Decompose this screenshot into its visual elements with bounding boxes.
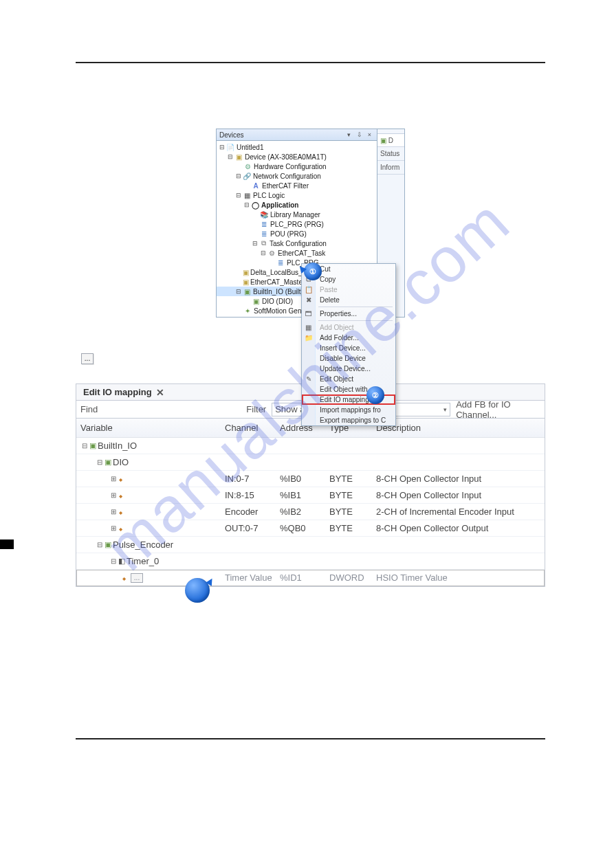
- expand-toggle[interactable]: ⊟: [96, 541, 103, 548]
- expand-toggle[interactable]: ⊞: [109, 508, 117, 515]
- expand-toggle[interactable]: ⊟: [234, 173, 242, 179]
- devices-pane: Devices ▾ ⇩ × ⊟ 📄 Untitled1 ⊟ ▣ Device (…: [216, 129, 377, 318]
- ctx-edit-object[interactable]: ✎ Edit Object: [302, 374, 395, 384]
- cell-address: %IB1: [276, 487, 325, 504]
- cell-type: BYTE: [325, 487, 372, 504]
- node-icon: ▣: [105, 540, 111, 549]
- table-row[interactable]: ⊟ ▣ Pulse_Encoder: [76, 537, 545, 553]
- ctx-add-object: ▦ Add Object: [302, 322, 395, 333]
- cell-channel: IN:0-7: [221, 471, 276, 487]
- variable-icon: ⬥: [118, 524, 123, 533]
- cell-variable: DIO: [113, 457, 129, 467]
- tree-project[interactable]: Untitled1: [237, 144, 263, 151]
- page-rule-top: [76, 62, 545, 63]
- table-row[interactable]: ⊟ ▣ BuiltIn_IO: [76, 438, 545, 454]
- tab-icon: ▣: [380, 137, 386, 144]
- table-row[interactable]: ⊞ ⬥ IN:8-15 %IB1 BYTE 8-CH Open Collecto…: [76, 487, 545, 504]
- expand-toggle[interactable]: ⊟: [96, 458, 103, 466]
- library-icon: 📚: [259, 210, 269, 219]
- context-menu: ✂ Cut ⧉ Copy 📋 Paste ✖ Delete 🗔: [301, 263, 396, 426]
- cell-desc: 2-CH of Incremental Encoder Input: [372, 504, 545, 520]
- expand-toggle[interactable]: ⊟: [234, 288, 242, 295]
- ctx-update-device[interactable]: Update Device...: [302, 364, 395, 374]
- expand-toggle[interactable]: ⊟: [109, 557, 117, 565]
- expand-toggle[interactable]: ⊞: [109, 524, 117, 532]
- table-row[interactable]: ⊞ ⬥ OUT:0-7 %QB0 BYTE 8-CH Open Collecto…: [76, 520, 545, 537]
- io-mapping-table: Variable Channel Address Type Descriptio…: [76, 419, 545, 586]
- expand-toggle[interactable]: ⊟: [218, 144, 226, 151]
- tree-ethercat-filter[interactable]: EtherCAT Filter: [262, 182, 309, 190]
- pane-pin-icon[interactable]: ⇩: [355, 131, 364, 140]
- project-icon: 📄: [226, 143, 235, 151]
- cell-desc: HSIO Timer Value: [372, 570, 545, 586]
- cell-channel: IN:8-15: [221, 487, 276, 504]
- plc-icon: ▦: [242, 191, 252, 199]
- col-channel[interactable]: Channel: [221, 419, 276, 438]
- tree-network-config[interactable]: Network Configuration: [253, 173, 321, 180]
- network-icon: 🔗: [242, 172, 252, 180]
- add-fb-button[interactable]: Add FB for IO Channel...: [456, 399, 540, 420]
- screenshot-devices-tree: Devices ▾ ⇩ × ⊟ 📄 Untitled1 ⊟ ▣ Device (…: [216, 129, 405, 318]
- page-edge-marker: [0, 539, 14, 549]
- dio-icon: ▣: [251, 297, 261, 305]
- ctx-insert-device[interactable]: Insert Device...: [302, 343, 395, 353]
- row-dots-button[interactable]: ...: [131, 573, 143, 583]
- expand-toggle[interactable]: ⊟: [226, 153, 234, 160]
- chevron-down-icon: ▾: [443, 403, 447, 416]
- pou-ref-icon: ≣: [276, 258, 285, 267]
- tree-hardware-config[interactable]: Hardware Configuration: [254, 163, 327, 170]
- task-config-icon: ⧉: [259, 239, 268, 247]
- cell-desc: 8-CH Open Collector Output: [372, 520, 545, 537]
- expand-toggle[interactable]: ⊞: [109, 475, 117, 482]
- tree-task-config[interactable]: Task Configuration: [270, 240, 327, 247]
- application-icon: ◯: [250, 201, 260, 209]
- side-tab-status[interactable]: Status: [377, 147, 404, 161]
- callout-badge-2: ②: [366, 386, 384, 404]
- col-variable[interactable]: Variable: [76, 419, 221, 438]
- table-row[interactable]: ⊟ ▣ DIO: [76, 454, 545, 471]
- cell-address: %IB2: [276, 504, 325, 520]
- ctx-export-mappings[interactable]: Export mappings to C: [302, 415, 395, 425]
- pane-close-icon[interactable]: ×: [365, 131, 374, 140]
- tree-application[interactable]: Application: [261, 201, 298, 209]
- task-icon: ⚙: [267, 249, 276, 257]
- tree-plc-logic[interactable]: PLC Logic: [253, 192, 285, 199]
- pane-dropdown-icon[interactable]: ▾: [344, 131, 353, 140]
- tree-device[interactable]: Device (AX-308EA0MA1T): [245, 153, 327, 161]
- ctx-disable-device[interactable]: Disable Device: [302, 353, 395, 364]
- expand-toggle[interactable]: ⊟: [243, 201, 250, 208]
- table-row[interactable]: ⊞ ⬥ IN:0-7 %IB0 BYTE 8-CH Open Collector…: [76, 471, 545, 487]
- expand-toggle[interactable]: ⊞: [109, 491, 117, 499]
- cell-desc: 8-CH Open Collector Input: [372, 471, 545, 487]
- cell-type: BYTE: [325, 504, 372, 520]
- expand-toggle[interactable]: ⊟: [234, 192, 242, 199]
- tree-plc-prg[interactable]: PLC_PRG (PRG): [270, 221, 324, 228]
- ctx-properties[interactable]: 🗔 Properties...: [302, 309, 395, 319]
- close-icon[interactable]: ✕: [156, 387, 164, 398]
- tree-pou[interactable]: POU (PRG): [270, 230, 307, 238]
- tree-library-manager[interactable]: Library Manager: [270, 211, 320, 219]
- node-icon: ▣: [105, 458, 111, 467]
- tree-ethercat-task[interactable]: EtherCAT_Task: [278, 249, 325, 257]
- ctx-delete[interactable]: ✖ Delete: [302, 295, 395, 305]
- devices-pane-header[interactable]: Devices ▾ ⇩ ×: [217, 129, 377, 141]
- expand-toggle[interactable]: ⊟: [80, 442, 88, 449]
- table-row[interactable]: ⊞ ⬥ Encoder %IB2 BYTE 2-CH of Incrementa…: [76, 504, 545, 520]
- ctx-import-mappings[interactable]: Import mappings fro: [302, 405, 395, 415]
- expand-toggle[interactable]: ⊟: [251, 240, 259, 247]
- bus-icon: ▣: [243, 268, 249, 276]
- col-description[interactable]: Description: [372, 419, 545, 438]
- table-row[interactable]: ⊟ ◧ Timer_0: [76, 553, 545, 570]
- ctx-add-folder[interactable]: 📁 Add Folder...: [302, 333, 395, 343]
- ecat-master-icon: ▣: [243, 278, 249, 286]
- dots-button[interactable]: ...: [81, 353, 94, 364]
- variable-icon: ⬥: [118, 474, 123, 484]
- tree-dio[interactable]: DIO (DIO): [262, 298, 293, 305]
- expand-toggle[interactable]: ⊟: [259, 249, 267, 256]
- side-tab-inform[interactable]: Inform: [377, 161, 404, 175]
- side-tab-d[interactable]: ▣ D: [377, 133, 404, 147]
- find-input[interactable]: [103, 404, 241, 414]
- variable-icon: ⬥: [118, 507, 123, 517]
- callout-badge-1: ①: [304, 263, 322, 280]
- table-row-selected[interactable]: ⬥ ... Timer Value %ID1 DWORD HSIO Timer …: [76, 570, 545, 586]
